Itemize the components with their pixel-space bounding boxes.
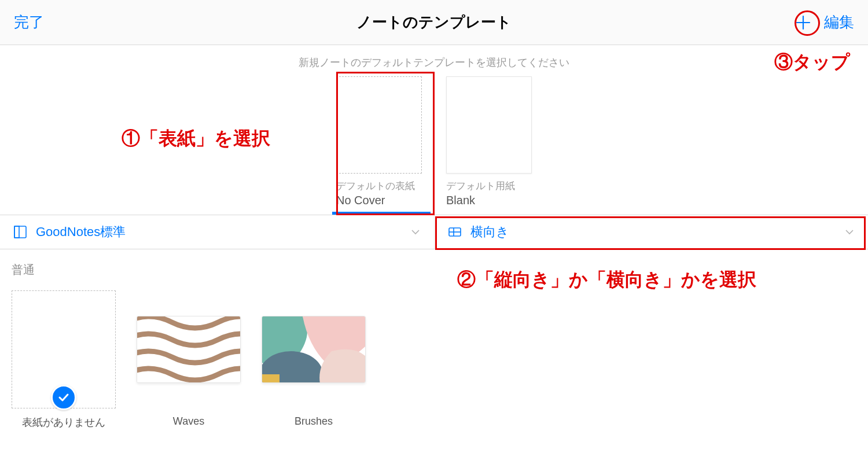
active-indicator — [332, 212, 431, 215]
template-thumbnail — [12, 290, 116, 408]
cover-thumbnail — [336, 76, 422, 174]
chevron-down-icon — [410, 226, 421, 238]
library-filter-label: GoodNotes標準 — [36, 223, 126, 241]
default-cover-card[interactable]: デフォルトの表紙 No Cover — [332, 76, 426, 215]
page-title: ノートのテンプレート — [356, 13, 512, 31]
template-label: Brushes — [262, 415, 366, 428]
category-title: 普通 — [12, 262, 856, 278]
brushes-preview — [262, 316, 366, 383]
template-item-waves[interactable]: Waves — [137, 290, 241, 429]
orientation-filter[interactable]: 横向き — [434, 215, 869, 249]
paper-thumbnail — [446, 76, 532, 174]
svg-rect-8 — [262, 374, 279, 383]
template-label: Waves — [137, 415, 241, 428]
done-button[interactable]: 完了 — [14, 13, 44, 31]
plus-icon — [794, 13, 812, 32]
paper-sublabel: デフォルト用紙 — [442, 179, 536, 193]
library-filter[interactable]: GoodNotes標準 — [0, 215, 434, 249]
filter-bar: GoodNotes標準 横向き — [0, 215, 868, 249]
template-category: 普通 表紙がありません — [0, 249, 868, 429]
header: 完了 ノートのテンプレート 編集 — [0, 0, 868, 45]
add-button[interactable] — [793, 12, 814, 33]
orientation-filter-label: 横向き — [470, 223, 509, 241]
cover-sublabel: デフォルトの表紙 — [332, 179, 426, 193]
chevron-down-icon — [844, 226, 855, 238]
cover-label: No Cover — [332, 194, 426, 207]
template-thumbnail — [262, 290, 366, 408]
default-templates-section: 新規ノートのデフォルトテンプレートを選択してください デフォルトの表紙 No C… — [0, 45, 868, 215]
edit-button[interactable]: 編集 — [824, 12, 854, 32]
template-label: 表紙がありません — [12, 415, 116, 429]
selected-badge — [51, 385, 76, 410]
template-item-brushes[interactable]: Brushes — [262, 290, 366, 429]
svg-rect-1 — [14, 226, 19, 238]
paper-label: Blank — [442, 194, 536, 207]
orientation-icon — [447, 224, 462, 240]
template-thumbnail — [137, 290, 241, 408]
svg-rect-0 — [14, 226, 26, 238]
default-paper-card[interactable]: デフォルト用紙 Blank — [442, 76, 536, 215]
section-subtitle: 新規ノートのデフォルトテンプレートを選択してください — [0, 56, 868, 69]
library-icon — [13, 224, 28, 240]
check-icon — [57, 391, 70, 404]
waves-preview — [137, 316, 241, 383]
template-item-none[interactable]: 表紙がありません — [12, 290, 116, 429]
